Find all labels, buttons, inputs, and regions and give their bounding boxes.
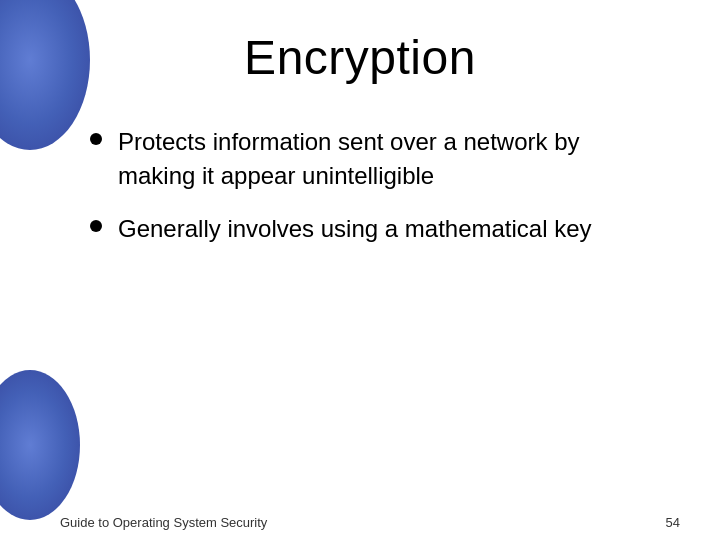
bullet-item-1: Protects information sent over a network… bbox=[90, 125, 660, 192]
title-area: Encryption bbox=[60, 0, 660, 115]
bullet-dot-1 bbox=[90, 133, 102, 145]
footer-left-text: Guide to Operating System Security bbox=[60, 515, 267, 530]
slide-title: Encryption bbox=[60, 30, 660, 85]
footer-page-number: 54 bbox=[666, 515, 680, 530]
slide-footer: Guide to Operating System Security 54 bbox=[60, 515, 680, 530]
bullet-text-1: Protects information sent over a network… bbox=[118, 125, 660, 192]
bullet-item-2: Generally involves using a mathematical … bbox=[90, 212, 660, 246]
bullet-dot-2 bbox=[90, 220, 102, 232]
slide: Encryption Protects information sent ove… bbox=[0, 0, 720, 540]
bullet-list: Protects information sent over a network… bbox=[60, 125, 660, 266]
bullet-text-2: Generally involves using a mathematical … bbox=[118, 212, 592, 246]
slide-content: Encryption Protects information sent ove… bbox=[0, 0, 720, 540]
